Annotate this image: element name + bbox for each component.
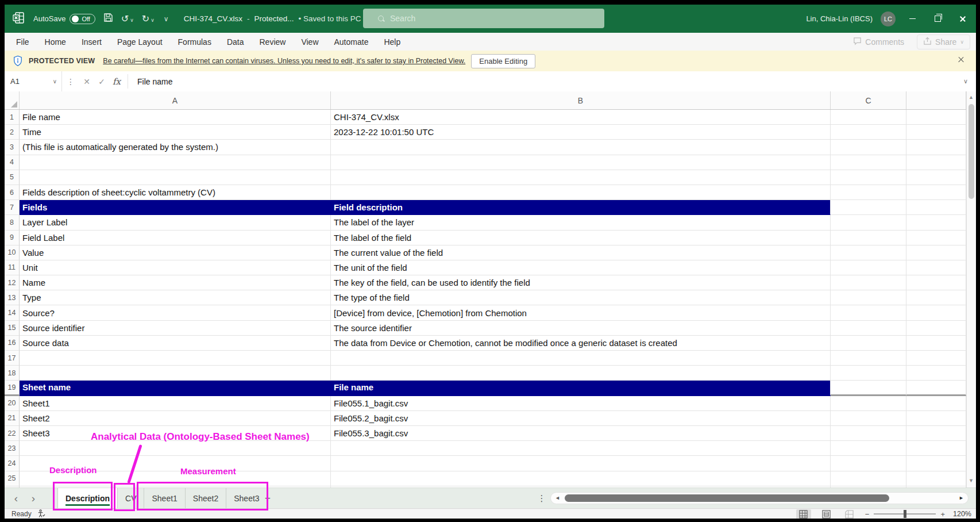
cell-C10[interactable] bbox=[831, 245, 906, 260]
title-saved[interactable]: • Saved to this PC bbox=[299, 14, 361, 23]
row-header-12[interactable]: 12 bbox=[5, 275, 20, 290]
horizontal-scrollbar[interactable]: ◄ ► bbox=[550, 492, 969, 504]
cell-C20[interactable] bbox=[831, 396, 906, 411]
cell-B25[interactable] bbox=[331, 471, 831, 486]
cell-A4[interactable] bbox=[20, 155, 331, 170]
menu-item-page-layout[interactable]: Page Layout bbox=[117, 37, 163, 47]
cell-D14[interactable] bbox=[906, 305, 966, 320]
column-header-a[interactable]: A bbox=[20, 91, 331, 109]
cell-A23[interactable] bbox=[20, 441, 331, 456]
cell-C8[interactable] bbox=[831, 215, 906, 230]
cell-C21[interactable] bbox=[831, 411, 906, 426]
select-all-corner[interactable] bbox=[5, 91, 20, 109]
cell-B21[interactable]: File055.2_bagit.csv bbox=[331, 411, 831, 426]
cell-D21[interactable] bbox=[906, 411, 966, 426]
zoom-slider-track[interactable] bbox=[874, 513, 936, 515]
confirm-icon[interactable]: ✓ bbox=[94, 77, 109, 86]
cell-A13[interactable]: Type bbox=[20, 290, 331, 305]
cell-D12[interactable] bbox=[906, 275, 966, 290]
row-header-5[interactable]: 5 bbox=[5, 170, 20, 185]
page-layout-view-icon[interactable] bbox=[819, 509, 834, 519]
cell-C4[interactable] bbox=[831, 155, 906, 170]
cell-C24[interactable] bbox=[831, 456, 906, 471]
cell-A11[interactable]: Unit bbox=[20, 260, 331, 275]
cell-D5[interactable] bbox=[906, 170, 966, 185]
cell-B18[interactable] bbox=[331, 366, 831, 381]
cell-C13[interactable] bbox=[831, 290, 906, 305]
fx-icon[interactable]: fx bbox=[109, 76, 124, 87]
cell-A19[interactable]: Sheet name bbox=[20, 381, 331, 396]
cell-D1[interactable] bbox=[906, 110, 966, 125]
search-input[interactable]: Search bbox=[363, 9, 604, 28]
cell-B24[interactable] bbox=[331, 456, 831, 471]
scroll-down-icon[interactable]: ▼ bbox=[969, 478, 974, 483]
cell-A5[interactable] bbox=[20, 170, 331, 185]
cell-B17[interactable] bbox=[331, 351, 831, 366]
cell-C7[interactable] bbox=[831, 200, 906, 215]
cell-C22[interactable] bbox=[831, 426, 906, 441]
row-header-6[interactable]: 6 bbox=[5, 185, 20, 200]
user-name[interactable]: Lin, Chia-Lin (IBCS) bbox=[806, 14, 873, 23]
avatar[interactable]: LC bbox=[881, 11, 896, 26]
cell-B10[interactable]: The current value of the field bbox=[331, 245, 831, 260]
cell-B4[interactable] bbox=[331, 155, 831, 170]
cell-B22[interactable]: File055.3_bagit.csv bbox=[331, 426, 831, 441]
menu-item-help[interactable]: Help bbox=[384, 37, 400, 47]
sheet-next-icon[interactable]: › bbox=[26, 488, 40, 509]
cell-D10[interactable] bbox=[906, 245, 966, 260]
cell-B9[interactable]: The label of the field bbox=[331, 231, 831, 245]
horizontal-scrollbar-thumb[interactable] bbox=[565, 494, 889, 502]
cell-D19[interactable] bbox=[906, 381, 966, 396]
name-box-chevron-icon[interactable]: ∨ bbox=[53, 78, 57, 85]
row-header-4[interactable]: 4 bbox=[5, 155, 20, 170]
row-header-19[interactable]: 19 bbox=[5, 381, 20, 396]
scroll-left-icon[interactable]: ◄ bbox=[555, 495, 560, 501]
cell-D25[interactable] bbox=[906, 471, 966, 486]
cell-B20[interactable]: File055.1_bagit.csv bbox=[331, 396, 831, 411]
scroll-up-icon[interactable]: ▲ bbox=[969, 94, 974, 100]
menu-item-automate[interactable]: Automate bbox=[334, 37, 369, 47]
column-header-c[interactable]: C bbox=[831, 91, 906, 109]
cell-C12[interactable] bbox=[831, 275, 906, 290]
cell-C23[interactable] bbox=[831, 441, 906, 456]
cell-A14[interactable]: Source? bbox=[20, 305, 331, 320]
banner-message[interactable]: Be careful—files from the Internet can c… bbox=[103, 57, 465, 65]
cell-B8[interactable]: The label of the layer bbox=[331, 215, 831, 230]
redo-icon[interactable]: ↻∨ bbox=[142, 14, 155, 24]
kebab-icon[interactable]: ⋮ bbox=[537, 488, 547, 509]
cell-A18[interactable] bbox=[20, 366, 331, 381]
comments-button[interactable]: Comments bbox=[847, 35, 910, 49]
cell-D16[interactable] bbox=[906, 336, 966, 351]
cell-D23[interactable] bbox=[906, 441, 966, 456]
row-header-17[interactable]: 17 bbox=[5, 351, 20, 366]
row-header-3[interactable]: 3 bbox=[5, 140, 20, 155]
cell-B23[interactable] bbox=[331, 441, 831, 456]
save-icon[interactable] bbox=[103, 13, 113, 25]
cell-C14[interactable] bbox=[831, 305, 906, 320]
row-header-25[interactable]: 25 bbox=[5, 471, 20, 486]
row-header-23[interactable]: 23 bbox=[5, 441, 20, 456]
autosave-control[interactable]: AutoSave Off bbox=[33, 14, 95, 24]
cell-B13[interactable]: The type of the field bbox=[331, 290, 831, 305]
cell-D17[interactable] bbox=[906, 351, 966, 366]
scroll-right-icon[interactable]: ► bbox=[959, 495, 964, 501]
row-header-16[interactable]: 16 bbox=[5, 336, 20, 351]
row-header-15[interactable]: 15 bbox=[5, 321, 20, 336]
customize-toolbar-icon[interactable]: ∨ bbox=[164, 15, 169, 23]
sheet-prev-icon[interactable]: ‹ bbox=[9, 488, 23, 509]
cell-A9[interactable]: Field Label bbox=[20, 231, 331, 245]
cell-D7[interactable] bbox=[906, 200, 966, 215]
cell-A3[interactable]: (This file is automatically generated by… bbox=[20, 140, 331, 155]
cell-D22[interactable] bbox=[906, 426, 966, 441]
cell-A21[interactable]: Sheet2 bbox=[20, 411, 331, 426]
cell-B15[interactable]: The source identifier bbox=[331, 321, 831, 336]
menu-item-formulas[interactable]: Formulas bbox=[178, 37, 211, 47]
zoom-slider-thumb[interactable] bbox=[904, 510, 906, 518]
cell-C18[interactable] bbox=[831, 366, 906, 381]
cell-D13[interactable] bbox=[906, 290, 966, 305]
restore-button[interactable] bbox=[929, 5, 946, 33]
cell-B12[interactable]: The key of the field, can be used to ide… bbox=[331, 275, 831, 290]
vertical-scrollbar[interactable]: ▲ ▼ bbox=[966, 91, 976, 488]
cell-C19[interactable] bbox=[831, 381, 906, 396]
close-button[interactable] bbox=[954, 5, 971, 33]
